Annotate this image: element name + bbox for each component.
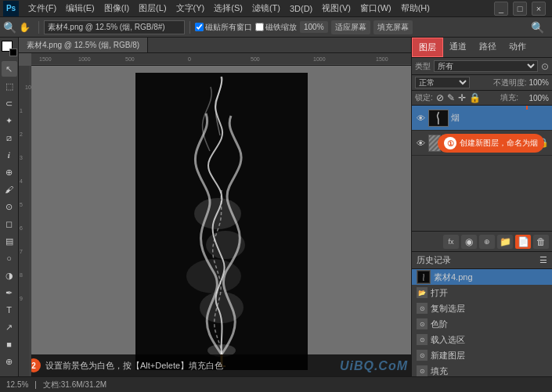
tab-channels[interactable]: 通道 — [443, 38, 473, 57]
pen-tool[interactable]: ✒ — [2, 285, 17, 300]
main-layout: ↖ ⬚ ⊂ ✦ ⧄ 𝒊 ⊕ 🖌 ⊙ ◻ ▤ ○ ◑ ✒ T ↗ ■ ⊕ 素材4.… — [0, 38, 552, 376]
history-icon-4: ⊙ — [417, 334, 428, 345]
layer-eye-smoke[interactable]: 👁 — [415, 113, 426, 124]
canvas-tabs: 素材4.png @ 12.5% (烟, RGB/8) — [19, 38, 411, 53]
annotation-text: 创建新图层，命名为烟 — [460, 138, 538, 149]
layer-mask-button[interactable]: ◉ — [461, 235, 477, 249]
annotation-arrow-svg — [519, 106, 535, 113]
shape-tool[interactable]: ■ — [2, 336, 17, 352]
tab-actions[interactable]: 动作 — [503, 38, 532, 57]
fill-screen-button[interactable]: 填充屏幕 — [373, 20, 413, 34]
magnet-zoom-text: 磁铁缩放 — [265, 22, 297, 33]
lasso-tool[interactable]: ⊂ — [2, 95, 17, 111]
color-swatch[interactable] — [2, 41, 17, 56]
history-item-5[interactable]: ⊙ 新建图层 — [412, 347, 552, 363]
clone-tool[interactable]: ⊙ — [2, 199, 17, 214]
tab-layers[interactable]: 图层 — [412, 38, 443, 57]
tile-checkbox[interactable] — [195, 23, 204, 31]
fit-screen-button[interactable]: 适应屏幕 — [331, 20, 370, 34]
svg-text:1: 1 — [20, 108, 23, 113]
canvas-tab[interactable]: 素材4.png @ 12.5% (烟, RGB/8) — [19, 38, 148, 52]
text-tool[interactable]: T — [2, 302, 17, 318]
lock-image-icon[interactable]: ✎ — [447, 92, 455, 103]
menu-image[interactable]: 图像(I) — [99, 2, 134, 14]
minimize-button[interactable]: _ — [494, 2, 508, 16]
filter-toggle[interactable]: ⊙ — [541, 61, 549, 72]
heal-tool[interactable]: ⊕ — [2, 164, 17, 180]
layer-new-button[interactable]: 📄 — [515, 235, 531, 249]
history-item-6[interactable]: ⊙ 填充 — [412, 363, 552, 376]
zoom-100-button[interactable]: 100% — [300, 21, 328, 33]
search-icon[interactable]: 🔍 — [531, 21, 544, 34]
layer-group-button[interactable]: 📁 — [497, 235, 513, 249]
layer-section: 类型 所有 ⊙ 正常 不透明度: 100% 锁定: ⊘ ✎ ✛ 🔒 — [412, 58, 552, 376]
lock-position-icon[interactable]: ✛ — [458, 92, 466, 103]
lock-transparent-icon[interactable]: ⊘ — [436, 92, 444, 103]
history-item-0[interactable]: 素材4.png — [412, 269, 552, 285]
svg-text:2: 2 — [20, 131, 23, 137]
eraser-tool[interactable]: ◻ — [2, 216, 17, 232]
svg-text:1500: 1500 — [376, 56, 388, 62]
menu-file[interactable]: 文件(F) — [23, 2, 61, 14]
layer-thumb-smoke — [428, 110, 449, 127]
history-item-2[interactable]: ⊙ 复制选层 — [412, 300, 552, 316]
blur-tool[interactable]: ○ — [2, 250, 17, 266]
zoom-tool[interactable]: ⊕ — [2, 354, 17, 369]
svg-text:8: 8 — [20, 272, 23, 278]
layer-delete-button[interactable]: 🗑 — [533, 235, 549, 249]
svg-text:1000: 1000 — [313, 56, 326, 62]
menu-select[interactable]: 选择(S) — [209, 2, 247, 14]
history-label-1: 打开 — [431, 287, 448, 299]
lock-row: 锁定: ⊘ ✎ ✛ 🔒 填充: 100% — [412, 91, 552, 106]
move-tool[interactable]: ↖ — [2, 61, 17, 77]
file-name-input[interactable] — [44, 20, 185, 34]
eyedropper-tool[interactable]: 𝒊 — [2, 147, 17, 163]
canvas-content: 1500 1000 500 0 500 1000 1500 2000 2500 … — [19, 53, 411, 376]
menu-text[interactable]: 文字(Y) — [171, 2, 210, 14]
canvas-area: 素材4.png @ 12.5% (烟, RGB/8) 1500 1000 500… — [19, 38, 411, 376]
lock-all-icon[interactable]: 🔒 — [469, 92, 481, 103]
burn-tool[interactable]: ◑ — [2, 268, 17, 283]
zoom-in-tool[interactable]: 🔍 — [3, 21, 16, 34]
layer-name-smoke: 烟 — [451, 112, 549, 124]
close-button[interactable]: × — [532, 2, 546, 16]
layer-fx-button[interactable]: fx — [443, 235, 459, 249]
layer-eye-bg[interactable]: 👁 — [415, 138, 426, 149]
path-select-tool[interactable]: ↗ — [2, 319, 17, 335]
brush-tool[interactable]: 🖌 — [2, 182, 17, 197]
svg-point-25 — [200, 292, 244, 323]
layer-thumb-smoke-svg — [429, 110, 448, 126]
canvas-viewport[interactable] — [31, 66, 411, 376]
crop-tool[interactable]: ⧄ — [2, 130, 17, 146]
layer-adjustment-button[interactable]: ⊕ — [479, 235, 495, 249]
menubar: Ps 文件(F) 编辑(E) 图像(I) 图层(L) 文字(Y) 选择(S) 滤… — [0, 0, 552, 17]
opacity-label: 不透明度: — [493, 77, 527, 88]
opacity-value[interactable]: 100% — [529, 78, 549, 87]
menu-window[interactable]: 窗口(W) — [355, 2, 396, 14]
menu-filter[interactable]: 滤镜(T) — [247, 2, 285, 14]
magnet-zoom-checkbox[interactable] — [255, 23, 264, 31]
panel-tabs: 图层 通道 路径 动作 — [412, 38, 552, 58]
status-zoom: 12.5% — [6, 380, 28, 389]
svg-point-23 — [206, 231, 245, 259]
history-item-3[interactable]: ⊙ 色阶 — [412, 316, 552, 332]
fill-value[interactable]: 100% — [521, 94, 549, 102]
gradient-tool[interactable]: ▤ — [2, 233, 17, 249]
menu-layer[interactable]: 图层(L) — [134, 2, 171, 14]
layers-list: 👁 烟 👁 — [412, 106, 552, 231]
menu-3d[interactable]: 3D(D) — [285, 4, 317, 13]
svg-point-22 — [194, 198, 241, 229]
select-tool[interactable]: ⬚ — [2, 78, 17, 94]
blend-mode-select[interactable]: 正常 — [415, 77, 470, 88]
magic-wand-tool[interactable]: ✦ — [2, 113, 17, 128]
history-menu-icon[interactable]: ☰ — [539, 255, 547, 265]
hand-tool[interactable]: ✋ — [19, 22, 31, 33]
layer-type-select[interactable]: 所有 — [434, 60, 538, 72]
restore-button[interactable]: □ — [513, 2, 527, 16]
history-item-1[interactable]: 📂 打开 — [412, 285, 552, 300]
menu-view[interactable]: 视图(V) — [317, 2, 355, 14]
menu-edit[interactable]: 编辑(E) — [61, 2, 99, 14]
tab-paths[interactable]: 路径 — [473, 38, 503, 57]
menu-help[interactable]: 帮助(H) — [396, 2, 435, 14]
history-item-4[interactable]: ⊙ 载入选区 — [412, 332, 552, 347]
